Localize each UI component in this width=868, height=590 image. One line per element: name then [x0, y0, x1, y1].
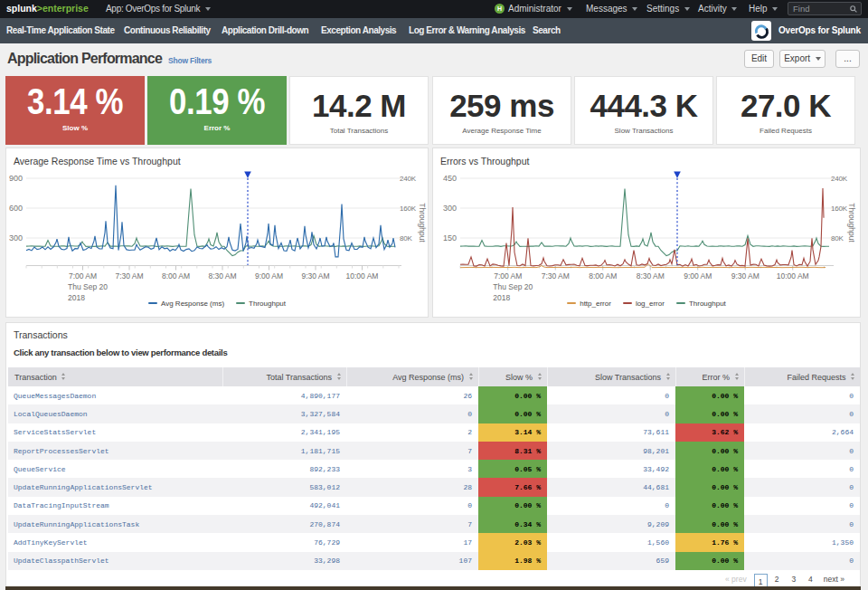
svg-text:9:00 AM: 9:00 AM [684, 271, 712, 281]
svg-text:7:30 AM: 7:30 AM [115, 271, 143, 281]
svg-text:Throughput: Throughput [847, 203, 856, 243]
svg-text:10:00 AM: 10:00 AM [777, 271, 809, 281]
svg-text:150: 150 [443, 233, 457, 243]
svg-text:80K: 80K [400, 234, 412, 243]
svg-text:8:00 AM: 8:00 AM [162, 271, 190, 281]
svg-text:8:00 AM: 8:00 AM [589, 271, 617, 281]
svg-text:Thu Sep 20: Thu Sep 20 [68, 282, 108, 291]
svg-text:300: 300 [443, 204, 457, 213]
svg-text:160K: 160K [400, 205, 417, 213]
svg-text:600: 600 [9, 204, 23, 213]
svg-text:10:00 AM: 10:00 AM [346, 271, 379, 281]
svg-text:7:00 AM: 7:00 AM [494, 271, 522, 281]
svg-text:8:30 AM: 8:30 AM [208, 271, 236, 281]
svg-text:7:30 AM: 7:30 AM [542, 271, 570, 281]
svg-text:9:30 AM: 9:30 AM [301, 271, 329, 281]
svg-text:Throughput: Throughput [418, 203, 427, 243]
svg-text:7:00 AM: 7:00 AM [69, 271, 97, 281]
svg-text:9:00 AM: 9:00 AM [255, 271, 283, 281]
svg-text:900: 900 [9, 174, 23, 183]
svg-text:8:30 AM: 8:30 AM [637, 271, 665, 281]
svg-text:80K: 80K [831, 234, 844, 243]
svg-text:300: 300 [9, 233, 23, 243]
svg-text:450: 450 [443, 174, 457, 183]
svg-text:9:30 AM: 9:30 AM [731, 271, 760, 281]
svg-text:240K: 240K [400, 175, 417, 183]
svg-text:Thu Sep 20: Thu Sep 20 [493, 282, 533, 291]
svg-text:240K: 240K [831, 175, 848, 183]
svg-text:160K: 160K [831, 205, 848, 213]
